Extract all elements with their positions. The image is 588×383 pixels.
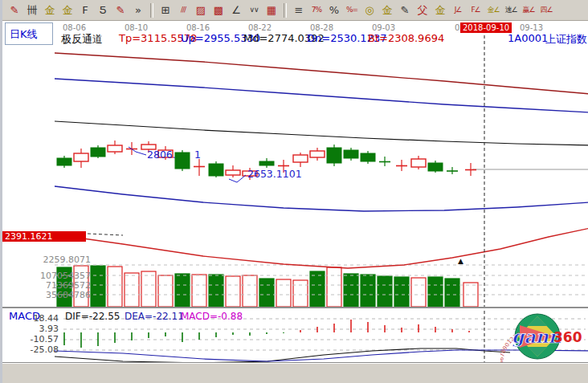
volume-bar xyxy=(463,283,478,307)
candle-body-down xyxy=(74,153,88,161)
candle-body-down xyxy=(411,159,426,167)
arrow-marker: ▲ xyxy=(458,257,463,265)
toolbar-icon-gold-angle[interactable]: 金∠ xyxy=(484,2,502,18)
toolbar-separator xyxy=(150,3,153,18)
toolbar-icon-more[interactable]: » xyxy=(129,2,147,18)
toolbar-icon-percent[interactable]: % xyxy=(325,2,343,18)
channel-line-lower-blue xyxy=(55,186,588,211)
price-annotation: 1 xyxy=(194,149,201,161)
logo-360-text: 360 xyxy=(553,329,582,345)
volume-bar xyxy=(428,277,443,307)
toolbar-icon-wave-marks[interactable]: ∨∨ xyxy=(245,2,263,18)
channel-line-teal-tick xyxy=(60,234,68,234)
volume-bar xyxy=(344,274,358,307)
volume-bar xyxy=(91,266,105,307)
toolbar-icon-gold-coin[interactable]: ◎ xyxy=(361,2,378,18)
toolbar-icon-gold-bars[interactable]: 金 xyxy=(378,2,396,18)
dash-segment xyxy=(88,234,123,235)
candle-body-up xyxy=(327,148,341,163)
price-annotation: 2806. xyxy=(147,149,176,161)
volume-bar xyxy=(226,276,240,307)
volume-bar xyxy=(158,275,173,307)
candle-body-up xyxy=(91,148,105,157)
toolbar-icon-fibonacci[interactable]: F xyxy=(76,2,94,18)
volume-bar xyxy=(361,275,375,307)
toolbar-icon-four-angle[interactable]: 四∠ xyxy=(537,2,555,18)
candle-body-down xyxy=(108,145,122,152)
candle-body-up xyxy=(344,150,358,158)
volume-bar xyxy=(276,279,291,307)
toolbar: ✎卌金金FƼ✎»⊞///▨▩∠∨∨▦≡7%%%=◎金✎父金J∠F∠金∠速∠赢∠四… xyxy=(2,0,588,21)
candle-body-down xyxy=(226,170,240,175)
toolbar-icon-gann-grid[interactable]: 卌 xyxy=(23,2,41,18)
candle-body-up xyxy=(361,153,375,161)
gann360-logo: 1234567890123456789012345678901234 gann … xyxy=(500,312,588,363)
candle-body-up xyxy=(209,164,223,176)
volume-bar xyxy=(378,276,392,307)
volume-bar xyxy=(175,274,190,307)
volume-bar xyxy=(310,271,325,307)
trading-app-window: ✎卌金金FƼ✎»⊞///▨▩∠∨∨▦≡7%%%=◎金✎父金J∠F∠金∠速∠赢∠四… xyxy=(0,0,588,383)
toolbar-icon-percent-lines[interactable]: %= xyxy=(343,2,361,18)
volume-bar xyxy=(411,278,426,307)
channel-line-top-rail xyxy=(55,53,588,94)
volume-bar xyxy=(243,275,257,307)
volume-bar xyxy=(394,277,409,307)
toolbar-icon-win-angle[interactable]: 赢∠ xyxy=(520,2,537,18)
toolbar-icon-brush[interactable]: ✎ xyxy=(6,2,23,18)
toolbar-icon-gold-grid-2[interactable]: 金 xyxy=(59,2,76,18)
toolbar-icon-brush-2[interactable]: ✎ xyxy=(112,2,129,18)
price-annotation: 2653.1101 xyxy=(247,168,302,180)
toolbar-icon-stats[interactable]: ≡ xyxy=(290,2,308,18)
volume-bar xyxy=(57,267,71,307)
toolbar-separator xyxy=(284,3,287,18)
volume-bar xyxy=(192,275,206,307)
volume-bar xyxy=(327,267,341,307)
volume-bar xyxy=(259,279,274,307)
toolbar-icon-box-tool[interactable]: ⊞ xyxy=(157,2,174,18)
toolbar-icon-shaded-grid[interactable]: ▩ xyxy=(210,2,227,18)
toolbar-icon-red-grid[interactable]: ▦ xyxy=(263,2,280,18)
toolbar-icon-gann-fan[interactable]: /// xyxy=(174,2,192,18)
toolbar-icon-gold-grid-1[interactable]: 金 xyxy=(41,2,59,18)
channel-line-bottom-rail xyxy=(55,228,588,268)
volume-bar xyxy=(209,275,223,307)
toolbar-icon-gold[interactable]: 金 xyxy=(431,2,449,18)
volume-bar xyxy=(141,271,156,307)
channel-line-upper-blue xyxy=(55,79,588,112)
volume-bar xyxy=(125,273,139,307)
volume-bar xyxy=(445,279,459,307)
toolbar-icon-seal-box[interactable]: 父 xyxy=(414,2,431,18)
volume-bar xyxy=(293,280,308,307)
candle-body-up xyxy=(57,158,71,165)
toolbar-icon-f-angle[interactable]: F∠ xyxy=(467,2,484,18)
volume-bar xyxy=(108,267,122,307)
candle-body-up xyxy=(428,163,443,171)
toolbar-icon-speed-angle[interactable]: 速∠ xyxy=(502,2,520,18)
status-bar: ▦ 上证指数 2873.5901 ▼-8.6399 -0.30% 深 8322.… xyxy=(2,363,588,383)
volume-bar xyxy=(74,266,88,307)
toolbar-icon-spiral[interactable]: Ƽ xyxy=(94,2,112,18)
candle-body-up xyxy=(175,153,190,169)
toolbar-icon-shaded-fan[interactable]: ▨ xyxy=(192,2,210,18)
channel-line-mid-black xyxy=(55,121,588,145)
candle-body-up xyxy=(259,161,274,165)
candle-body-down xyxy=(293,155,308,162)
toolbar-icon-j-angle[interactable]: J∠ xyxy=(449,2,467,18)
toolbar-icon-annotate[interactable]: ✎ xyxy=(396,2,414,18)
candle-body-down xyxy=(310,151,325,157)
toolbar-icon-percent-slash[interactable]: 7% xyxy=(308,2,325,18)
toolbar-icon-angle-lines[interactable]: ∠ xyxy=(227,2,245,18)
